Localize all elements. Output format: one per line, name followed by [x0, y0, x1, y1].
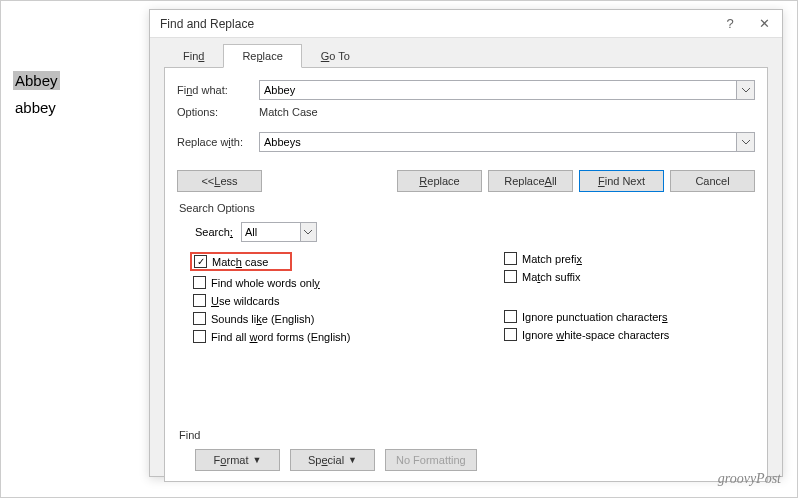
match-case-checkbox[interactable]: [194, 255, 207, 268]
close-icon[interactable]: ✕: [754, 16, 774, 31]
find-what-label: Find what:: [177, 84, 259, 96]
ignore-whitespace-label: Ignore white-space characters: [522, 329, 669, 341]
replace-button[interactable]: Replace: [397, 170, 482, 192]
doc-word[interactable]: abbey: [13, 98, 60, 117]
options-label: Options:: [177, 106, 259, 118]
ignore-punctuation-label: Ignore punctuation characters: [522, 311, 668, 323]
find-what-dropdown[interactable]: [737, 80, 755, 100]
doc-word-selected[interactable]: Abbey: [13, 71, 60, 90]
watermark: groovyPost: [718, 471, 781, 487]
ignore-whitespace-checkbox[interactable]: [504, 328, 517, 341]
search-direction-dropdown[interactable]: [301, 222, 317, 242]
match-prefix-label: Match prefix: [522, 253, 582, 265]
search-label: Search;: [195, 226, 233, 238]
cancel-button[interactable]: Cancel: [670, 170, 755, 192]
ignore-punctuation-checkbox[interactable]: [504, 310, 517, 323]
all-word-forms-checkbox[interactable]: [193, 330, 206, 343]
options-value: Match Case: [259, 106, 318, 118]
format-button[interactable]: Format▼: [195, 449, 280, 471]
help-icon[interactable]: ?: [720, 16, 740, 31]
tab-replace[interactable]: Replace: [223, 44, 301, 68]
chevron-down-icon: ▼: [348, 455, 357, 465]
wildcards-checkbox[interactable]: [193, 294, 206, 307]
find-what-input[interactable]: [259, 80, 737, 100]
all-word-forms-label: Find all word forms (English): [211, 331, 350, 343]
replace-with-dropdown[interactable]: [737, 132, 755, 152]
find-next-button[interactable]: Find Next: [579, 170, 664, 192]
match-suffix-label: Match suffix: [522, 271, 581, 283]
dialog-title: Find and Replace: [160, 17, 254, 31]
special-button[interactable]: Special▼: [290, 449, 375, 471]
sounds-like-checkbox[interactable]: [193, 312, 206, 325]
whole-words-checkbox[interactable]: [193, 276, 206, 289]
wildcards-label: Use wildcards: [211, 295, 279, 307]
sounds-like-label: Sounds like (English): [211, 313, 314, 325]
search-options-label: Search Options: [179, 202, 755, 214]
match-prefix-checkbox[interactable]: [504, 252, 517, 265]
match-case-highlight: Match case: [190, 252, 292, 271]
whole-words-label: Find whole words only: [211, 277, 320, 289]
document-area: Abbey abbey: [13, 71, 60, 125]
chevron-down-icon: ▼: [252, 455, 261, 465]
panel: Find what: Options: Match Case Replace w…: [164, 67, 768, 482]
tab-find[interactable]: Find: [164, 44, 223, 68]
tab-goto[interactable]: Go To: [302, 44, 369, 68]
find-section-label: Find: [179, 429, 755, 441]
titlebar: Find and Replace ? ✕: [150, 10, 782, 38]
less-button[interactable]: << Less: [177, 170, 262, 192]
match-suffix-checkbox[interactable]: [504, 270, 517, 283]
find-replace-dialog: Find and Replace ? ✕ Find Replace Go To …: [149, 9, 783, 477]
replace-with-label: Replace with:: [177, 136, 259, 148]
replace-with-input[interactable]: [259, 132, 737, 152]
match-case-label: Match case: [212, 256, 268, 268]
no-formatting-button[interactable]: No Formatting: [385, 449, 477, 471]
tabs: Find Replace Go To: [150, 40, 782, 68]
search-direction-select[interactable]: [241, 222, 301, 242]
replace-all-button[interactable]: Replace All: [488, 170, 573, 192]
